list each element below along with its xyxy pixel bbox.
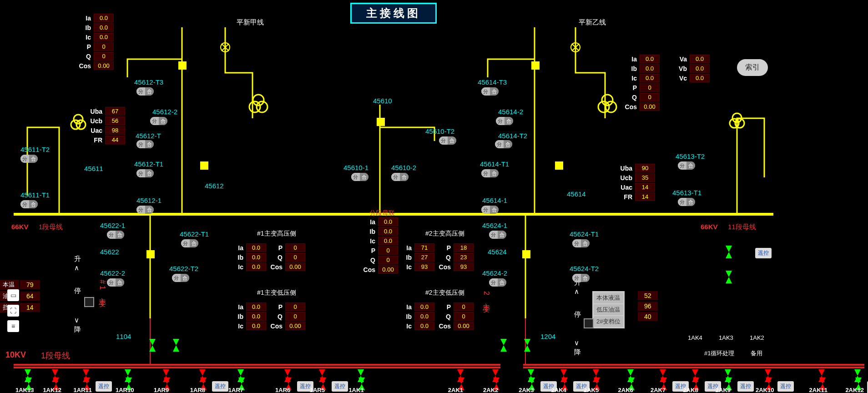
feeder-label: 1AR6	[275, 387, 290, 393]
feeder-label: 1AR10	[116, 387, 134, 393]
feeder-label: 2AK6	[618, 387, 633, 393]
feeder-label: 1AR9	[154, 387, 169, 393]
feeder-label: 2AK12	[845, 387, 863, 393]
feeder-label: 1AR8	[190, 387, 205, 393]
feeder-label: 2AK11	[809, 387, 828, 393]
feeder-label: 2AK1	[448, 387, 463, 393]
feeder-label: 2AK10	[756, 387, 774, 393]
feeder-label: 1AK1	[348, 387, 363, 393]
feeder-label: 2AK8	[683, 387, 698, 393]
feeder-label: 1AK13	[15, 387, 34, 393]
feeder-label: 2AK7	[651, 387, 666, 393]
feeder-label: 1AK12	[43, 387, 61, 393]
feeder-label: 1AR11	[74, 387, 92, 393]
feeder-label: 2AK2	[483, 387, 498, 393]
feeder-label: 2AK3	[519, 387, 534, 393]
feeder-label: 2AK4	[551, 387, 566, 393]
feeder-label: 2AK9	[716, 387, 731, 393]
feeder-label: 2AK5	[584, 387, 599, 393]
feeder-label: 1AR7	[228, 387, 243, 393]
feeder-label: 1AR5	[310, 387, 325, 393]
